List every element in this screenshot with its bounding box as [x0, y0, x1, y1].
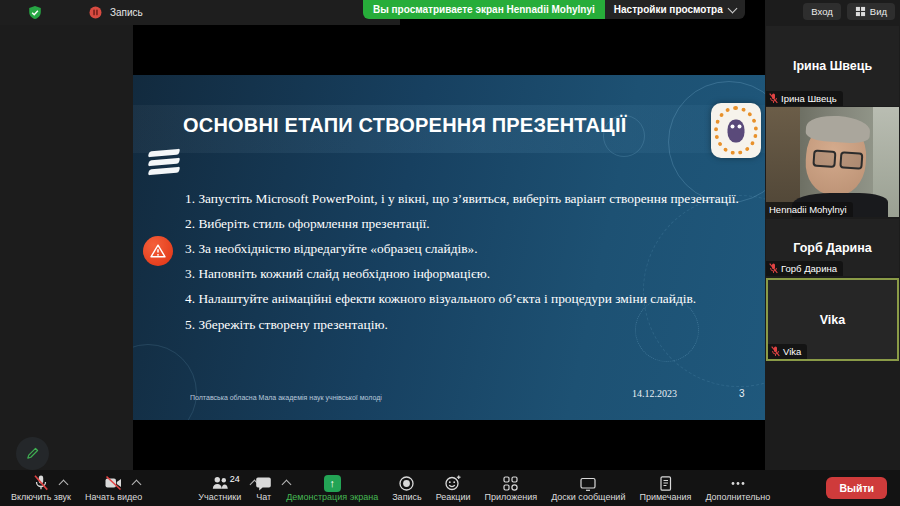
participant-tile-video[interactable]: Hennadii Mohylnyi [766, 107, 899, 217]
reactions-button[interactable]: Реакции [429, 470, 478, 506]
banner-text: Вы просматриваете экран Hennadii Mohylny… [363, 0, 605, 19]
start-video-button[interactable]: Начать видео [78, 470, 149, 506]
camera-muted-icon [104, 474, 123, 492]
webcam-video [766, 107, 899, 217]
warning-icon [143, 236, 173, 266]
participant-label-text: Ірина Швець [781, 93, 837, 104]
participants-count-badge: 24 [230, 474, 240, 484]
view-settings-button[interactable]: Настройки просмотра [605, 0, 745, 19]
participants-label: Участники [198, 492, 241, 502]
meeting-top-bar: Запись [0, 0, 400, 25]
slide-list-item: 3. Наповніть кожний слайд необхідною інф… [185, 264, 741, 284]
academy-logo [711, 103, 761, 158]
chat-label: Чат [256, 492, 271, 502]
apps-icon [502, 474, 519, 492]
video-person-face [803, 119, 868, 197]
participant-label-text: Vika [783, 346, 801, 357]
chevron-up-icon[interactable] [59, 480, 69, 490]
notes-button[interactable]: Примечания [632, 470, 698, 506]
apps-label: Приложения [484, 492, 537, 502]
chevron-up-icon[interactable] [131, 480, 141, 490]
slide-list-item: 3. За необхідністю відредагуйте «образец… [185, 239, 741, 259]
screen-share-banner: Вы просматриваете экран Hennadii Mohylny… [363, 0, 745, 19]
video-person-glasses [812, 149, 863, 169]
slide-page-number: 3 [739, 388, 745, 399]
participants-icon [211, 474, 229, 492]
shared-screen-view: ОСНОВНІ ЕТАПИ СТВОРЕННЯ ПРЕЗЕНТАЦІЇ 1. З… [133, 0, 765, 470]
books-icon [149, 147, 183, 174]
reactions-icon [444, 474, 462, 492]
zoom-meeting-window: ОСНОВНІ ЕТАПИ СТВОРЕННЯ ПРЕЗЕНТАЦІЇ 1. З… [0, 0, 900, 506]
participant-tile[interactable]: Горб Дарина Горб Дарина [766, 219, 899, 276]
leave-button[interactable]: Выйти [826, 477, 887, 499]
participants-button[interactable]: Участники 24 [191, 470, 248, 506]
participant-label: Ірина Швець [766, 91, 843, 106]
more-label: Дополнительно [705, 492, 770, 502]
participant-tile-active[interactable]: Vika Vika [766, 278, 899, 361]
participant-label-text: Hennadii Mohylnyi [769, 204, 847, 215]
chat-icon [255, 474, 272, 492]
mic-muted-icon [771, 346, 780, 357]
slide-footer-date: 14.12.2023 [632, 388, 677, 399]
view-label: Вид [870, 6, 887, 17]
notes-icon [657, 474, 674, 492]
screen-share-button[interactable]: ↑ Демонстрация экрана [279, 470, 385, 506]
pencil-icon [25, 446, 40, 461]
more-button[interactable]: Дополнительно [698, 470, 777, 506]
slide-list-item: 5. Збережіть створену презентацію. [185, 315, 741, 335]
apps-button[interactable]: Приложения [477, 470, 544, 506]
mic-muted-icon [769, 263, 778, 274]
whiteboard-icon [579, 474, 597, 492]
participant-label: Горб Дарина [766, 261, 843, 276]
login-label: Вход [811, 6, 833, 17]
record-button[interactable]: Запись [385, 470, 429, 506]
annotate-button[interactable] [16, 437, 49, 470]
view-button[interactable]: Вид [847, 3, 895, 20]
participant-label-text: Горб Дарина [781, 263, 837, 274]
slide-decoration-circle [133, 344, 197, 420]
more-icon [729, 474, 747, 492]
meeting-toolbar: Включить звук Начать видео [0, 470, 900, 506]
presentation-slide: ОСНОВНІ ЕТАПИ СТВОРЕННЯ ПРЕЗЕНТАЦІЇ 1. З… [133, 75, 765, 420]
slide-list-item: 2. Виберіть стиль оформлення презентації… [185, 214, 741, 234]
reactions-label: Реакции [436, 492, 471, 502]
sidebar-top-buttons: Вход Вид [803, 3, 895, 20]
unmute-label: Включить звук [11, 492, 71, 502]
unmute-button[interactable]: Включить звук [4, 470, 78, 506]
participant-tile[interactable]: Ірина Швець Ірина Швець [766, 26, 899, 106]
video-person-hair [805, 114, 871, 144]
slide-title: ОСНОВНІ ЕТАПИ СТВОРЕННЯ ПРЕЗЕНТАЦІЇ [183, 114, 626, 137]
notes-label: Примечания [639, 492, 691, 502]
recording-indicator-icon[interactable] [88, 5, 103, 20]
slide-list-item: 1. Запустіть Microsoft PowerPoint, і у в… [185, 189, 741, 209]
record-label: Запись [392, 492, 422, 502]
mic-muted-icon [769, 93, 778, 104]
record-icon [398, 474, 415, 492]
chevron-down-icon [727, 3, 737, 13]
slide-list-item: 4. Налаштуйте анімаційні ефекти кожного … [185, 289, 741, 309]
logo-owl [728, 119, 745, 142]
participant-label: Hennadii Mohylnyi [766, 202, 853, 217]
login-button[interactable]: Вход [803, 3, 841, 20]
mic-muted-icon [32, 474, 50, 492]
screen-share-icon: ↑ [324, 475, 341, 492]
gallery-view-icon [855, 6, 866, 17]
recording-label: Запись [110, 7, 143, 18]
view-settings-label: Настройки просмотра [614, 4, 723, 15]
chat-button[interactable]: Чат [248, 470, 279, 506]
start-video-label: Начать видео [85, 492, 142, 502]
participants-sidebar: Вход Вид Ірина Швець Ірина Швець [765, 0, 900, 506]
participant-label: Vika [768, 344, 807, 359]
whiteboards-button[interactable]: Доски сообщений [544, 470, 632, 506]
slide-footer-organization: Полтавська обласна Мала академія наук уч… [190, 394, 382, 401]
security-shield-icon[interactable] [27, 5, 43, 21]
screen-share-label: Демонстрация экрана [286, 492, 378, 502]
whiteboards-label: Доски сообщений [551, 492, 625, 502]
slide-bullet-list: 1. Запустіть Microsoft PowerPoint, і у в… [185, 189, 741, 340]
